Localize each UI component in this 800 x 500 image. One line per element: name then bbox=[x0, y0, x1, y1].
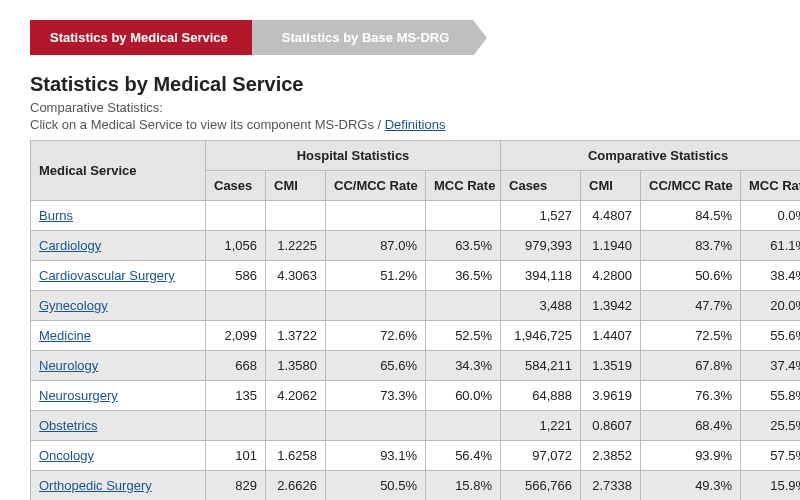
c-cmi: 1.3942 bbox=[581, 291, 641, 321]
service-link[interactable]: Cardiology bbox=[39, 238, 101, 253]
c-mcc: 57.5% bbox=[741, 441, 800, 471]
col-h-ccmcc: CC/MCC Rate bbox=[326, 171, 426, 201]
stats-table: Medical Service Hospital Statistics Comp… bbox=[30, 140, 800, 500]
c-cmi: 1.3519 bbox=[581, 351, 641, 381]
h-cmi: 4.2062 bbox=[266, 381, 326, 411]
col-c-cmi: CMI bbox=[581, 171, 641, 201]
service-link[interactable]: Oncology bbox=[39, 448, 94, 463]
tab-bar: Statistics by Medical Service Statistics… bbox=[30, 20, 770, 55]
service-link[interactable]: Burns bbox=[39, 208, 73, 223]
table-row: Orthopedic Surgery8292.662650.5%15.8%566… bbox=[31, 471, 801, 501]
table-row: Oncology1011.625893.1%56.4%97,0722.38529… bbox=[31, 441, 801, 471]
h-cases: 101 bbox=[206, 441, 266, 471]
service-cell: Neurology bbox=[31, 351, 206, 381]
service-cell: Cardiovascular Surgery bbox=[31, 261, 206, 291]
h-cases bbox=[206, 201, 266, 231]
h-cases: 586 bbox=[206, 261, 266, 291]
col-h-mcc: MCC Rate bbox=[426, 171, 501, 201]
service-cell: Burns bbox=[31, 201, 206, 231]
c-mcc: 55.8% bbox=[741, 381, 800, 411]
h-mcc: 63.5% bbox=[426, 231, 501, 261]
h-ccmcc bbox=[326, 201, 426, 231]
c-cmi: 1.1940 bbox=[581, 231, 641, 261]
help-prefix: Click on a Medical Service to view its c… bbox=[30, 117, 385, 132]
c-ccmcc: 47.7% bbox=[641, 291, 741, 321]
c-mcc: 20.0% bbox=[741, 291, 800, 321]
h-ccmcc: 93.1% bbox=[326, 441, 426, 471]
c-cmi: 0.8607 bbox=[581, 411, 641, 441]
service-cell: Orthopedic Surgery bbox=[31, 471, 206, 501]
c-mcc: 38.4% bbox=[741, 261, 800, 291]
service-link[interactable]: Gynecology bbox=[39, 298, 108, 313]
h-ccmcc: 50.5% bbox=[326, 471, 426, 501]
h-mcc: 60.0% bbox=[426, 381, 501, 411]
h-ccmcc: 51.2% bbox=[326, 261, 426, 291]
service-link[interactable]: Neurosurgery bbox=[39, 388, 118, 403]
table-row: Burns1,5274.480784.5%0.0% bbox=[31, 201, 801, 231]
table-row: Neurology6681.358065.6%34.3%584,2111.351… bbox=[31, 351, 801, 381]
c-cases: 64,888 bbox=[501, 381, 581, 411]
col-h-cmi: CMI bbox=[266, 171, 326, 201]
c-cmi: 3.9619 bbox=[581, 381, 641, 411]
h-cmi: 1.3580 bbox=[266, 351, 326, 381]
c-mcc: 61.1% bbox=[741, 231, 800, 261]
c-mcc: 55.6% bbox=[741, 321, 800, 351]
c-ccmcc: 49.3% bbox=[641, 471, 741, 501]
h-cases: 2,099 bbox=[206, 321, 266, 351]
service-cell: Obstetrics bbox=[31, 411, 206, 441]
c-mcc: 15.9% bbox=[741, 471, 800, 501]
h-cmi: 2.6626 bbox=[266, 471, 326, 501]
service-link[interactable]: Orthopedic Surgery bbox=[39, 478, 152, 493]
c-cases: 394,118 bbox=[501, 261, 581, 291]
h-mcc: 34.3% bbox=[426, 351, 501, 381]
h-cases bbox=[206, 411, 266, 441]
service-link[interactable]: Obstetrics bbox=[39, 418, 98, 433]
c-cases: 1,221 bbox=[501, 411, 581, 441]
service-link[interactable]: Neurology bbox=[39, 358, 98, 373]
col-group-comparative: Comparative Statistics bbox=[501, 141, 800, 171]
h-cmi: 1.2225 bbox=[266, 231, 326, 261]
h-mcc: 36.5% bbox=[426, 261, 501, 291]
h-ccmcc bbox=[326, 411, 426, 441]
c-ccmcc: 67.8% bbox=[641, 351, 741, 381]
h-cases: 1,056 bbox=[206, 231, 266, 261]
c-ccmcc: 76.3% bbox=[641, 381, 741, 411]
col-c-cases: Cases bbox=[501, 171, 581, 201]
c-mcc: 25.5% bbox=[741, 411, 800, 441]
c-ccmcc: 84.5% bbox=[641, 201, 741, 231]
subtitle: Comparative Statistics: bbox=[30, 100, 770, 115]
definitions-link[interactable]: Definitions bbox=[385, 117, 446, 132]
c-cases: 3,488 bbox=[501, 291, 581, 321]
h-mcc bbox=[426, 291, 501, 321]
table-row: Cardiovascular Surgery5864.306351.2%36.5… bbox=[31, 261, 801, 291]
c-cmi: 4.2800 bbox=[581, 261, 641, 291]
table-row: Obstetrics1,2210.860768.4%25.5% bbox=[31, 411, 801, 441]
service-cell: Neurosurgery bbox=[31, 381, 206, 411]
h-ccmcc: 72.6% bbox=[326, 321, 426, 351]
h-cmi bbox=[266, 291, 326, 321]
col-c-mcc: MCC Rate bbox=[741, 171, 800, 201]
h-ccmcc bbox=[326, 291, 426, 321]
c-ccmcc: 83.7% bbox=[641, 231, 741, 261]
tab-base-msdrg[interactable]: Statistics by Base MS-DRG bbox=[252, 20, 474, 55]
c-mcc: 37.4% bbox=[741, 351, 800, 381]
c-cases: 1,946,725 bbox=[501, 321, 581, 351]
table-row: Cardiology1,0561.222587.0%63.5%979,3931.… bbox=[31, 231, 801, 261]
h-cmi: 1.6258 bbox=[266, 441, 326, 471]
col-group-hospital: Hospital Statistics bbox=[206, 141, 501, 171]
page-title: Statistics by Medical Service bbox=[30, 73, 770, 96]
service-cell: Medicine bbox=[31, 321, 206, 351]
h-cmi: 1.3722 bbox=[266, 321, 326, 351]
service-link[interactable]: Cardiovascular Surgery bbox=[39, 268, 175, 283]
service-link[interactable]: Medicine bbox=[39, 328, 91, 343]
h-cases: 829 bbox=[206, 471, 266, 501]
c-cases: 566,766 bbox=[501, 471, 581, 501]
service-cell: Gynecology bbox=[31, 291, 206, 321]
h-cmi bbox=[266, 201, 326, 231]
c-cases: 1,527 bbox=[501, 201, 581, 231]
c-mcc: 0.0% bbox=[741, 201, 800, 231]
h-ccmcc: 65.6% bbox=[326, 351, 426, 381]
c-cases: 979,393 bbox=[501, 231, 581, 261]
h-ccmcc: 87.0% bbox=[326, 231, 426, 261]
tab-medical-service[interactable]: Statistics by Medical Service bbox=[30, 20, 252, 55]
